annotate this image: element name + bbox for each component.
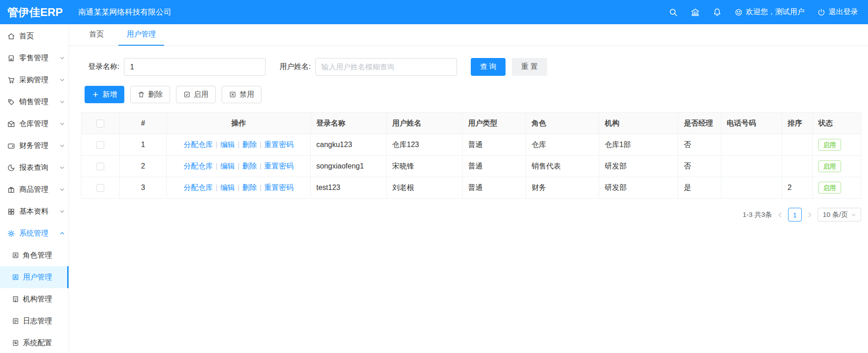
- sidebar-item-basic-data[interactable]: 基本资料: [0, 200, 69, 222]
- cell-sort: [782, 134, 813, 156]
- enable-button-label: 启用: [194, 90, 208, 100]
- edit-link[interactable]: 编辑: [220, 162, 235, 170]
- page-size-value: 10 条/页: [823, 211, 848, 219]
- cell-role: 仓库: [526, 134, 599, 156]
- sidebar-item-role-management[interactable]: 角色管理: [0, 244, 69, 266]
- prev-page-button[interactable]: [777, 211, 783, 218]
- logout-button[interactable]: 退出登录: [817, 7, 858, 17]
- role-icon: [12, 252, 19, 259]
- home-icon: [7, 32, 15, 40]
- user-name-input[interactable]: [315, 58, 457, 76]
- reset-button[interactable]: 重 置: [512, 58, 547, 76]
- op-separator: |: [216, 162, 218, 170]
- plus-icon: [92, 91, 99, 98]
- chevron-down-icon: [59, 165, 65, 170]
- logout-text: 退出登录: [829, 7, 858, 17]
- row-checkbox[interactable]: [96, 184, 104, 192]
- delete-link[interactable]: 删除: [242, 141, 257, 148]
- reset-password-link[interactable]: 重置密码: [264, 184, 293, 191]
- tab-user-management[interactable]: 用户管理: [118, 24, 164, 46]
- delete-button-label: 删除: [148, 90, 163, 100]
- sidebar-item-label: 系统管理: [19, 229, 48, 238]
- row-checkbox[interactable]: [96, 141, 104, 149]
- enable-button[interactable]: 启用: [176, 86, 216, 103]
- app-logo[interactable]: 管伊佳ERP: [0, 5, 69, 20]
- sidebar-item-label: 财务管理: [19, 141, 48, 151]
- edit-link[interactable]: 编辑: [220, 184, 235, 191]
- cell-phone: [721, 156, 782, 177]
- sidebar-item-warehouse[interactable]: 仓库管理: [0, 113, 69, 135]
- op-separator: |: [260, 141, 261, 148]
- column-header-sort: 排序: [782, 113, 813, 134]
- pagination-total: 1-3 共3条: [743, 211, 772, 219]
- delete-link[interactable]: 删除: [242, 184, 257, 191]
- sidebar-item-purchase[interactable]: 采购管理: [0, 69, 69, 91]
- select-all-checkbox[interactable]: [96, 120, 104, 127]
- sidebar-item-reports[interactable]: 报表查询: [0, 157, 69, 179]
- op-separator: |: [216, 184, 218, 191]
- cell-manager: 否: [678, 156, 721, 177]
- status-badge[interactable]: 启用: [818, 182, 841, 194]
- op-separator: |: [216, 141, 218, 148]
- welcome-text: 欢迎您，测试用户: [746, 7, 804, 17]
- sidebar-item-system[interactable]: 系统管理: [0, 222, 69, 244]
- table-row: 2 分配仓库|编辑|删除|重置密码 songxiaofeng1 宋晓锋 普通 销…: [81, 156, 861, 177]
- config-icon: [12, 339, 19, 347]
- table-row: 1 分配仓库|编辑|删除|重置密码 cangku123 仓库123 普通 仓库 …: [81, 134, 861, 156]
- assign-warehouse-link[interactable]: 分配仓库: [184, 162, 213, 170]
- sidebar-item-user-management[interactable]: 用户管理: [0, 266, 69, 288]
- tab-home[interactable]: 首页: [81, 24, 112, 46]
- op-separator: |: [260, 184, 261, 191]
- reset-password-link[interactable]: 重置密码: [264, 162, 293, 170]
- search-icon[interactable]: [669, 8, 678, 17]
- welcome-user[interactable]: 欢迎您，测试用户: [735, 7, 804, 17]
- edit-link[interactable]: 编辑: [220, 141, 235, 148]
- sidebar-item-label: 首页: [19, 32, 34, 41]
- sidebar-item-log-management[interactable]: 日志管理: [0, 310, 69, 332]
- column-header-operations: 操作: [167, 113, 311, 134]
- sidebar-item-system-config[interactable]: 系统配置: [0, 332, 69, 353]
- page-number-button[interactable]: 1: [788, 208, 802, 221]
- user-name-label: 用户姓名:: [279, 62, 310, 72]
- status-badge[interactable]: 启用: [818, 139, 841, 151]
- delete-button[interactable]: 删除: [130, 86, 170, 103]
- log-icon: [12, 317, 19, 325]
- tab-bar: 首页 用户管理: [69, 24, 868, 46]
- user-icon: [12, 274, 19, 281]
- assign-warehouse-link[interactable]: 分配仓库: [184, 184, 213, 191]
- sidebar-item-label: 零售管理: [19, 53, 48, 63]
- bank-icon[interactable]: [691, 8, 700, 17]
- sidebar-item-goods[interactable]: 商品管理: [0, 179, 69, 200]
- reset-password-link[interactable]: 重置密码: [264, 141, 293, 148]
- row-checkbox[interactable]: [96, 163, 104, 170]
- login-name-input[interactable]: [124, 58, 266, 76]
- page-size-select[interactable]: 10 条/页: [818, 208, 861, 221]
- sidebar-item-label: 系统配置: [23, 338, 52, 348]
- bell-icon[interactable]: [713, 8, 722, 17]
- cell-org: 研发部: [599, 156, 678, 177]
- next-page-button[interactable]: [806, 211, 813, 218]
- sidebar-item-home[interactable]: 首页: [0, 25, 69, 47]
- sidebar-item-sales[interactable]: 销售管理: [0, 91, 69, 113]
- cell-org: 研发部: [599, 177, 678, 199]
- column-header-status: 状态: [813, 113, 861, 134]
- status-badge[interactable]: 启用: [818, 160, 841, 172]
- disable-button[interactable]: 禁用: [222, 86, 261, 103]
- sidebar-item-label: 商品管理: [19, 185, 48, 195]
- cell-sort: 2: [782, 177, 813, 199]
- chevron-down-icon: [59, 187, 65, 192]
- cell-user-type: 普通: [463, 156, 526, 177]
- add-button[interactable]: 新增: [85, 86, 124, 103]
- check-square-icon: [183, 91, 191, 98]
- assign-warehouse-link[interactable]: 分配仓库: [184, 141, 213, 148]
- sidebar-item-org-management[interactable]: 机构管理: [0, 288, 69, 310]
- sidebar-item-finance[interactable]: 财务管理: [0, 135, 69, 157]
- search-button[interactable]: 查 询: [471, 58, 506, 76]
- power-icon: [817, 8, 825, 16]
- trash-icon: [138, 91, 145, 98]
- cell-login-name: cangku123: [311, 134, 387, 156]
- sidebar-item-label: 日志管理: [23, 316, 52, 326]
- sidebar-item-retail[interactable]: 零售管理: [0, 47, 69, 69]
- chevron-down-icon: [59, 99, 65, 105]
- delete-link[interactable]: 删除: [242, 162, 257, 170]
